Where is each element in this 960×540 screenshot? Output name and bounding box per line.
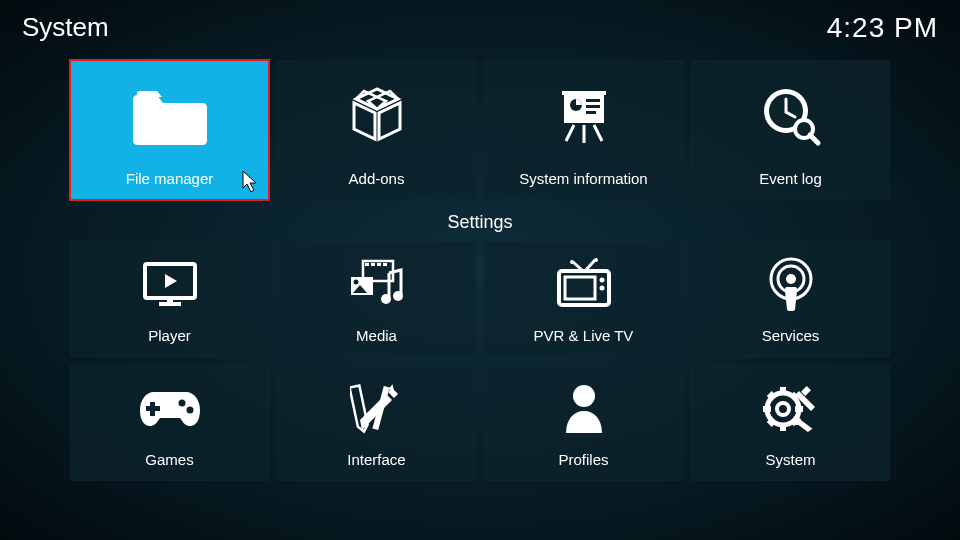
settings-row-1: Player Media PVR & Live TV Services xyxy=(0,241,960,357)
svg-point-28 xyxy=(786,274,796,284)
settings-row-2: Games Interface Profiles System xyxy=(0,365,960,481)
svg-point-21 xyxy=(594,258,598,262)
svg-rect-15 xyxy=(383,263,387,266)
tile-file-manager[interactable]: File manager xyxy=(70,60,269,200)
tv-icon xyxy=(485,242,682,327)
monitor-play-icon xyxy=(71,242,268,327)
tile-label: Media xyxy=(356,327,397,344)
clock: 4:23 PM xyxy=(827,12,938,44)
svg-rect-5 xyxy=(562,91,606,95)
section-header-settings: Settings xyxy=(0,212,960,233)
tile-label: Player xyxy=(148,327,191,344)
tile-addons[interactable]: Add-ons xyxy=(277,60,476,200)
user-icon xyxy=(485,366,682,451)
svg-point-31 xyxy=(178,399,185,406)
tile-pvr-livetv[interactable]: PVR & Live TV xyxy=(484,241,683,357)
tile-player[interactable]: Player xyxy=(70,241,269,357)
folder-icon xyxy=(71,61,268,170)
gamepad-icon xyxy=(71,366,268,451)
tile-interface[interactable]: Interface xyxy=(277,365,476,481)
tile-label: System xyxy=(765,451,815,468)
presentation-icon xyxy=(485,61,682,170)
tile-label: Interface xyxy=(347,451,405,468)
svg-rect-14 xyxy=(377,263,381,266)
svg-rect-4 xyxy=(586,111,596,114)
top-row: File manager Add-ons System information … xyxy=(0,60,960,200)
svg-rect-30 xyxy=(146,406,160,411)
svg-point-17 xyxy=(353,279,358,284)
svg-rect-37 xyxy=(780,387,786,395)
svg-point-46 xyxy=(793,417,801,425)
svg-rect-2 xyxy=(586,99,600,102)
svg-rect-12 xyxy=(365,263,369,266)
tile-label: PVR & Live TV xyxy=(534,327,634,344)
tile-label: Games xyxy=(145,451,193,468)
tile-system-information[interactable]: System information xyxy=(484,60,683,200)
svg-rect-40 xyxy=(795,406,803,412)
box-icon xyxy=(278,61,475,170)
design-tools-icon xyxy=(278,366,475,451)
tile-label: Services xyxy=(762,327,820,344)
clock-search-icon xyxy=(692,61,889,170)
tile-label: Event log xyxy=(759,170,822,187)
header-bar: System 4:23 PM xyxy=(0,0,960,44)
svg-point-18 xyxy=(381,294,391,304)
svg-rect-23 xyxy=(565,277,595,299)
svg-point-24 xyxy=(599,277,604,282)
svg-point-34 xyxy=(573,385,595,407)
svg-point-19 xyxy=(393,291,403,301)
svg-rect-10 xyxy=(167,298,173,304)
tile-services[interactable]: Services xyxy=(691,241,890,357)
svg-rect-39 xyxy=(763,406,771,412)
svg-point-25 xyxy=(599,285,604,290)
podcast-icon xyxy=(692,242,889,327)
svg-rect-45 xyxy=(801,386,811,396)
media-mix-icon xyxy=(278,242,475,327)
svg-point-32 xyxy=(186,406,193,413)
page-title: System xyxy=(22,12,109,43)
gear-tools-icon xyxy=(692,366,889,451)
tile-label: System information xyxy=(519,170,647,187)
tile-profiles[interactable]: Profiles xyxy=(484,365,683,481)
svg-point-36 xyxy=(777,403,789,415)
svg-rect-3 xyxy=(586,105,600,108)
svg-point-20 xyxy=(570,260,574,264)
tile-games[interactable]: Games xyxy=(70,365,269,481)
svg-rect-38 xyxy=(780,423,786,431)
svg-rect-13 xyxy=(371,263,375,266)
tile-system[interactable]: System xyxy=(691,365,890,481)
tile-label: File manager xyxy=(126,170,214,187)
tile-label: Add-ons xyxy=(349,170,405,187)
tile-label: Profiles xyxy=(558,451,608,468)
tile-event-log[interactable]: Event log xyxy=(691,60,890,200)
tile-media[interactable]: Media xyxy=(277,241,476,357)
